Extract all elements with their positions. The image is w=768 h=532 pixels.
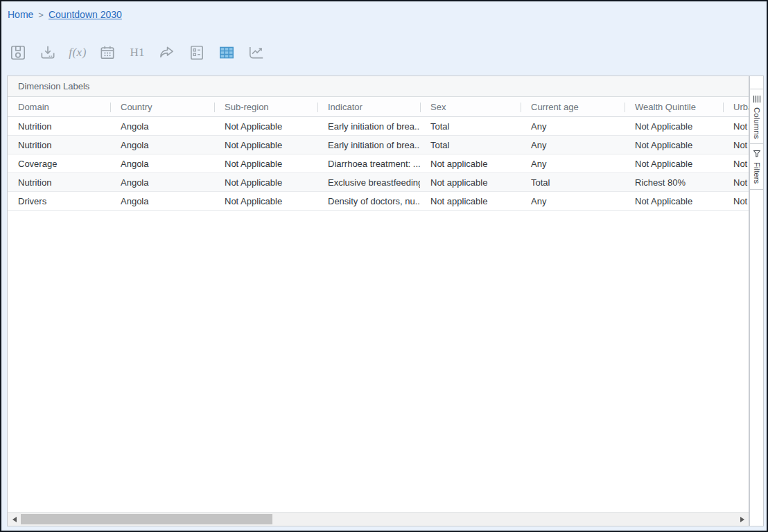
tab-filters-label: Filters xyxy=(753,162,761,184)
cell-wealth-quintile: Not Applicable xyxy=(625,136,723,154)
chart-view-button[interactable] xyxy=(247,42,266,64)
column-header-domain[interactable]: Domain xyxy=(8,97,110,116)
cell-urban-rural: Not Applicable xyxy=(723,154,749,172)
breadcrumb-separator: > xyxy=(38,10,44,20)
cell-indicator: Diarrhoea treatment: ... xyxy=(317,154,420,172)
function-icon: f(x) xyxy=(69,46,87,60)
table-row[interactable]: Nutrition Angola Not Applicable Exclusiv… xyxy=(8,173,749,192)
cell-country: Angola xyxy=(110,173,214,191)
scroll-right-button[interactable] xyxy=(735,513,749,526)
table-view-icon xyxy=(218,44,236,62)
checklist-button[interactable] xyxy=(187,42,207,64)
cell-wealth-quintile: Not Applicable xyxy=(625,154,723,172)
cell-current-age: Total xyxy=(521,173,625,191)
filter-icon xyxy=(753,150,761,158)
cell-urban-rural: Not Applicable xyxy=(723,192,749,210)
table-row[interactable]: Nutrition Angola Not Applicable Early in… xyxy=(8,136,749,154)
column-header-country[interactable]: Country xyxy=(110,97,214,116)
cell-sex: Total xyxy=(420,117,521,135)
heading-button[interactable]: H1 xyxy=(128,42,147,64)
toolbar: f(x) H1 xyxy=(8,42,266,64)
table-row[interactable]: Drivers Angola Not Applicable Density of… xyxy=(8,192,749,211)
breadcrumb-home-link[interactable]: Home xyxy=(8,9,33,20)
horizontal-scrollbar[interactable] xyxy=(8,512,749,526)
scroll-left-button[interactable] xyxy=(8,513,21,526)
download-button[interactable] xyxy=(38,42,58,64)
scroll-right-icon xyxy=(740,517,744,522)
cell-subregion: Not Applicable xyxy=(214,136,317,154)
cell-domain: Nutrition xyxy=(8,136,110,154)
cell-wealth-quintile: Not Applicable xyxy=(625,117,723,135)
section-title: Dimension Labels xyxy=(8,76,749,97)
cell-country: Angola xyxy=(110,136,214,154)
cell-wealth-quintile: Richest 80% xyxy=(625,173,723,191)
scroll-left-icon xyxy=(12,517,17,522)
cell-urban-rural: Not Applicable xyxy=(723,136,749,154)
cell-sex: Not applicable xyxy=(420,173,521,191)
column-header-subregion[interactable]: Sub-region xyxy=(214,97,317,116)
cell-subregion: Not Applicable xyxy=(214,192,317,210)
table-body: Nutrition Angola Not Applicable Early in… xyxy=(8,117,749,211)
cell-subregion: Not Applicable xyxy=(214,117,317,135)
cell-indicator: Exclusive breastfeeding xyxy=(317,173,420,191)
tab-filters[interactable]: Filters xyxy=(750,144,763,189)
app-window: Home > Countdown 2030 f(x) xyxy=(0,0,768,532)
cell-indicator: Early initiation of brea... xyxy=(317,136,420,154)
share-button[interactable] xyxy=(157,42,177,64)
cell-country: Angola xyxy=(110,117,214,135)
download-icon xyxy=(39,44,57,62)
save-button[interactable] xyxy=(8,42,28,64)
table-row[interactable]: Nutrition Angola Not Applicable Early in… xyxy=(8,117,749,136)
table-header-row: Domain Country Sub-region Indicator Sex … xyxy=(8,97,749,117)
column-header-indicator[interactable]: Indicator xyxy=(317,97,420,116)
heading-icon: H1 xyxy=(130,46,145,60)
checklist-icon xyxy=(188,44,206,62)
cell-sex: Not applicable xyxy=(420,192,521,210)
cell-indicator: Early initiation of brea... xyxy=(317,117,420,135)
cell-domain: Nutrition xyxy=(8,173,110,191)
column-header-sex[interactable]: Sex xyxy=(420,97,521,116)
cell-country: Angola xyxy=(110,192,214,210)
table-row[interactable]: Coverage Angola Not Applicable Diarrhoea… xyxy=(8,154,749,173)
save-icon xyxy=(9,44,27,62)
share-icon xyxy=(158,44,176,62)
calendar-icon xyxy=(98,44,116,62)
calendar-button[interactable] xyxy=(98,42,117,64)
tab-columns-label: Columns xyxy=(753,107,761,139)
cell-country: Angola xyxy=(110,154,214,172)
cell-current-age: Any xyxy=(521,136,625,154)
cell-sex: Total xyxy=(420,136,521,154)
cell-subregion: Not Applicable xyxy=(214,173,317,191)
data-table-panel: Dimension Labels Domain Country Sub-regi… xyxy=(7,76,749,526)
breadcrumb-current-link[interactable]: Countdown 2030 xyxy=(49,9,122,20)
table-view-button[interactable] xyxy=(217,42,236,64)
cell-domain: Coverage xyxy=(8,154,110,172)
tab-columns[interactable]: Columns xyxy=(750,89,763,144)
column-header-urban-rural[interactable]: Urban/Rural xyxy=(723,97,749,116)
cell-subregion: Not Applicable xyxy=(214,154,317,172)
cell-sex: Not applicable xyxy=(420,154,521,172)
scrollbar-thumb[interactable] xyxy=(21,514,272,524)
cell-domain: Nutrition xyxy=(8,117,110,135)
function-button[interactable]: f(x) xyxy=(68,42,87,64)
cell-urban-rural: Not Applicable xyxy=(723,173,749,191)
cell-domain: Drivers xyxy=(8,192,110,210)
cell-current-age: Any xyxy=(521,192,625,210)
column-header-wealth-quintile[interactable]: Wealth Quintile xyxy=(625,97,723,116)
rail-spacer xyxy=(750,76,763,89)
column-header-current-age[interactable]: Current age xyxy=(521,97,625,116)
cell-urban-rural: Not Applicable xyxy=(723,117,749,135)
cell-indicator: Density of doctors, nu... xyxy=(317,192,420,210)
cell-current-age: Any xyxy=(521,117,625,135)
chart-view-icon xyxy=(247,44,265,62)
cell-wealth-quintile: Not Applicable xyxy=(625,192,723,210)
columns-icon xyxy=(753,95,761,103)
breadcrumb: Home > Countdown 2030 xyxy=(8,9,122,20)
cell-current-age: Any xyxy=(521,154,625,172)
side-panel-rail: Columns Filters xyxy=(749,76,764,526)
